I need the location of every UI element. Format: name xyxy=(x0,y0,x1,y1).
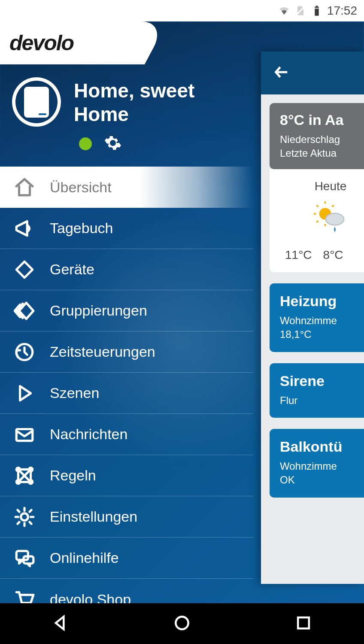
android-status-bar: 17:52 xyxy=(0,0,364,21)
svg-point-24 xyxy=(326,213,344,225)
wifi-icon xyxy=(278,5,290,17)
nav-label: Regeln xyxy=(50,467,96,484)
tile-siren[interactable]: Sirene Flur xyxy=(270,363,364,418)
nav-label: Onlinehilfe xyxy=(50,550,119,566)
cart-icon xyxy=(12,589,37,603)
weather-line2: Letzte Aktua xyxy=(280,146,361,160)
brand-logo-tab: devolo xyxy=(0,21,137,64)
nav-label: devolo Shop xyxy=(50,591,131,603)
brand-logo: devolo xyxy=(9,30,73,55)
forecast-high: 11°C xyxy=(285,248,312,262)
tile-value: OK xyxy=(280,473,361,487)
navigation-drawer: Home, sweet Home Übersicht xyxy=(0,21,253,603)
nav-item-scenes[interactable]: Szenen xyxy=(0,373,253,414)
settings-gear-icon[interactable] xyxy=(104,134,122,154)
home-title: Home, sweet Home xyxy=(74,79,253,126)
online-status-indicator xyxy=(79,137,92,150)
android-recents-button[interactable] xyxy=(294,614,313,634)
android-nav-bar xyxy=(0,603,364,644)
tile-title: Balkontü xyxy=(280,438,361,455)
chat-help-icon xyxy=(12,547,37,569)
nav-label: Geräte xyxy=(50,261,94,278)
android-back-button[interactable] xyxy=(51,614,70,634)
nav-label: Szenen xyxy=(50,385,99,401)
svg-point-10 xyxy=(21,513,28,521)
content-peek-panel: 8°C in Aa Niederschlag Letzte Aktua Heut… xyxy=(261,52,364,584)
nav-label: Zeitsteuerungen xyxy=(50,343,155,360)
weather-summary-card[interactable]: 8°C in Aa Niederschlag Letzte Aktua xyxy=(270,103,364,169)
envelope-icon xyxy=(12,424,37,445)
nav-item-messages[interactable]: Nachrichten xyxy=(0,414,253,455)
gear-icon xyxy=(12,506,37,528)
nav-label: Einstellungen xyxy=(50,508,137,525)
nav-item-groups[interactable]: Gruppierungen xyxy=(0,290,253,331)
nav-label: Gruppierungen xyxy=(50,302,147,319)
play-icon xyxy=(12,383,37,404)
battery-icon xyxy=(311,5,323,17)
network-graph-icon xyxy=(12,465,37,486)
forecast-temps: 11°C 8°C xyxy=(270,248,361,262)
weather-line1: Niederschlag xyxy=(280,133,361,146)
tile-title: Sirene xyxy=(280,373,361,389)
android-home-button[interactable] xyxy=(173,614,191,634)
tile-value: 18,1°C xyxy=(280,328,361,341)
nav-item-diary[interactable]: Tagebuch xyxy=(0,208,253,249)
nav-item-overview[interactable]: Übersicht xyxy=(0,167,253,208)
stacked-diamonds-icon xyxy=(12,300,37,322)
nav-item-shop[interactable]: devolo Shop xyxy=(0,579,253,603)
nav-item-devices[interactable]: Geräte xyxy=(0,249,253,290)
nav-item-help[interactable]: Onlinehilfe xyxy=(0,538,253,579)
svg-line-20 xyxy=(317,205,318,207)
svg-rect-2 xyxy=(316,6,318,7)
forecast-day-label: Heute xyxy=(270,179,361,193)
megaphone-icon xyxy=(12,218,37,239)
clock-time: 17:52 xyxy=(327,4,357,18)
nav-label: Nachrichten xyxy=(50,426,127,443)
weather-temp-location: 8°C in Aa xyxy=(280,112,361,128)
tile-room: Wohnzimme xyxy=(280,314,361,328)
nav-item-rules[interactable]: Regeln xyxy=(0,455,253,496)
svg-line-22 xyxy=(317,221,318,222)
tile-title: Heizung xyxy=(280,293,361,310)
peek-toolbar xyxy=(261,52,364,94)
weather-partly-sunny-rain-icon xyxy=(270,201,361,237)
nav-label: Tagebuch xyxy=(50,220,113,237)
svg-point-25 xyxy=(176,617,188,629)
diamond-icon xyxy=(12,259,37,280)
nav-label: Übersicht xyxy=(50,179,112,196)
svg-line-23 xyxy=(332,205,334,207)
nav-list: Übersicht Tagebuch Geräte Gruppierungen xyxy=(0,167,253,603)
tile-heating[interactable]: Heizung Wohnzimme 18,1°C xyxy=(270,283,364,352)
back-arrow-icon[interactable] xyxy=(273,64,290,82)
tile-room: Wohnzimme xyxy=(280,459,361,473)
svg-rect-26 xyxy=(298,617,309,629)
no-sim-icon xyxy=(294,5,306,17)
app-viewport: devolo Home, sweet Home xyxy=(0,21,364,603)
svg-rect-3 xyxy=(315,8,318,9)
tile-room: Flur xyxy=(280,394,361,407)
forecast-low: 8°C xyxy=(323,248,343,262)
home-icon xyxy=(12,176,37,198)
tile-balcony[interactable]: Balkontü Wohnzimme OK xyxy=(270,429,364,498)
clock-history-icon xyxy=(12,341,37,363)
nav-item-schedules[interactable]: Zeitsteuerungen xyxy=(0,331,253,373)
nav-item-settings[interactable]: Einstellungen xyxy=(0,496,253,538)
home-device-icon[interactable] xyxy=(12,77,61,127)
forecast-card[interactable]: Heute 11°C 8°C xyxy=(270,169,364,272)
